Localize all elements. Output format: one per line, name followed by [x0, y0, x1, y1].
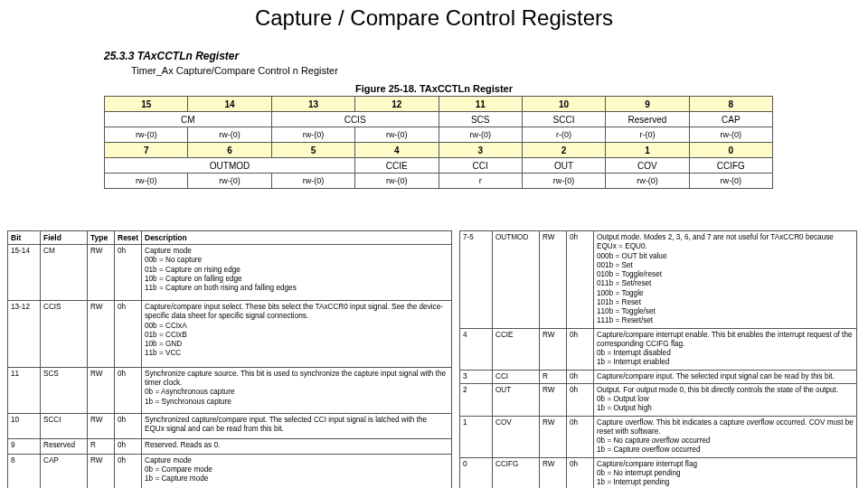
description-line: 0b = Compare mode [145, 465, 448, 474]
description-line: 100b = Toggle [597, 289, 854, 298]
bit-field-name: CCIS [271, 112, 439, 127]
cell-description: Output. For output mode 0, this bit dire… [594, 383, 857, 416]
bit-access: rw-(0) [689, 174, 772, 189]
description-line: Synchronized capture/compare input. The … [145, 416, 448, 435]
bit-number: 10 [522, 97, 605, 112]
cell-type: RW [88, 413, 115, 438]
cell-type: RW [540, 457, 567, 488]
cell-bit: 7-5 [460, 231, 493, 329]
cell-reset: 0h [115, 413, 142, 438]
cell-description: Capture/compare interrupt enable. This b… [594, 328, 857, 370]
bit-number: 1 [606, 143, 689, 158]
section-heading: 25.3.3 TAxCCTLn Register [104, 50, 239, 62]
cell-bit: 8 [8, 454, 41, 488]
bit-access: rw-(0) [689, 127, 772, 143]
description-line: Capture mode [145, 247, 448, 256]
cell-bit: 1 [460, 416, 493, 457]
bit-field-name: OUTMOD [105, 158, 355, 174]
cell-description: Synchronized capture/compare input. The … [142, 413, 452, 438]
description-line: 1b = Capture mode [145, 474, 448, 483]
cell-description: Capture mode00b = No capture01b = Captur… [142, 245, 452, 301]
table-row: 11SCSRW0hSynchronize capture source. Thi… [8, 367, 452, 413]
cell-type: RW [540, 328, 567, 370]
column-header: Field [41, 231, 88, 245]
description-line: 011b = Set/reset [597, 279, 854, 288]
description-line: 11b = Capture on both rising and falling… [145, 284, 448, 293]
cell-reset: 0h [115, 438, 142, 454]
cell-description: Capture/compare input. The selected inpu… [594, 370, 857, 383]
bit-access: rw-(0) [606, 174, 689, 189]
cell-field: CM [41, 245, 88, 301]
bit-field-name: OUT [522, 158, 605, 174]
cell-description: Synchronize capture source. This bit is … [142, 367, 452, 413]
column-header: Description [142, 231, 452, 245]
bit-access: rw-(0) [188, 127, 271, 143]
cell-type: RW [540, 231, 567, 329]
cell-field: SCCI [41, 413, 88, 438]
cell-field: CCI [493, 370, 540, 383]
cell-field: CCIE [493, 328, 540, 370]
bit-number: 2 [522, 143, 605, 158]
table-row: 8CAPRW0hCapture mode0b = Compare mode1b … [8, 454, 452, 488]
description-line: Output mode. Modes 2, 3, 6, and 7 are no… [597, 233, 854, 252]
cell-type: RW [540, 383, 567, 416]
bit-access: rw-(0) [188, 174, 271, 189]
cell-bit: 3 [460, 370, 493, 383]
cell-type: RW [540, 416, 567, 457]
cell-reset: 0h [567, 231, 594, 329]
cell-description: Capture/compare input select. These bits… [142, 301, 452, 368]
table-row: 9ReservedR0hReserved. Reads as 0. [8, 438, 452, 454]
description-line: 0b = Interrupt disabled [597, 349, 854, 358]
bit-access: r-(0) [522, 127, 605, 143]
cell-bit: 2 [460, 383, 493, 416]
cell-reset: 0h [115, 367, 142, 413]
column-header: Type [88, 231, 115, 245]
description-line: 0b = No capture overflow occurred [597, 436, 854, 446]
description-line: 10b = Capture on falling edge [145, 275, 448, 284]
bit-access: rw-(0) [271, 174, 354, 189]
cell-reset: 0h [567, 457, 594, 488]
cell-bit: 15-14 [8, 245, 41, 301]
description-line: 000b = OUT bit value [597, 252, 854, 261]
cell-reset: 0h [115, 245, 142, 301]
description-line: 01b = CCIxB [145, 331, 448, 340]
description-line: Capture/compare input. The selected inpu… [597, 372, 854, 381]
cell-reset: 0h [115, 301, 142, 368]
cell-bit: 10 [8, 413, 41, 438]
cell-reset: 0h [115, 454, 142, 488]
cell-field: CCIS [41, 301, 88, 368]
description-line: 1b = Capture overflow occurred [597, 446, 854, 455]
cell-type: R [540, 370, 567, 383]
description-line: 1b = Synchronous capture [145, 398, 448, 407]
bit-field-name: CAP [689, 112, 772, 127]
description-line: 11b = VCC [145, 349, 448, 358]
bit-field-name: SCCI [522, 112, 605, 127]
cell-type: RW [88, 454, 115, 488]
description-line: 101b = Reset [597, 298, 854, 307]
bit-field-name: SCS [439, 112, 522, 127]
bit-access: rw-(0) [439, 127, 522, 143]
bit-number: 9 [606, 97, 689, 112]
cell-description: Output mode. Modes 2, 3, 6, and 7 are no… [594, 231, 857, 329]
field-description-table-left: BitFieldTypeResetDescription 15-14CMRW0h… [7, 230, 452, 488]
page-title: Capture / Compare Control Registers [0, 0, 868, 31]
table-row: 13-12CCISRW0hCapture/compare input selec… [8, 301, 452, 368]
bit-field-name: COV [606, 158, 689, 174]
cell-type: R [88, 438, 115, 454]
description-line: Output. For output mode 0, this bit dire… [597, 386, 854, 395]
bit-number: 14 [188, 97, 271, 112]
description-line: Capture overflow. This bit indicates a c… [597, 418, 854, 437]
bit-field-name: CM [105, 112, 272, 127]
description-line: 01b = Capture on rising edge [145, 266, 448, 275]
description-line: 00b = No capture [145, 256, 448, 265]
cell-field: Reserved [41, 438, 88, 454]
description-line: 1b = Output high [597, 404, 854, 413]
bit-access: rw-(0) [105, 174, 188, 189]
bit-field-name: CCI [439, 158, 522, 174]
column-header: Reset [115, 231, 142, 245]
description-line: 0b = Output low [597, 395, 854, 404]
cell-description: Capture/compare interrupt flag0b = No in… [594, 457, 857, 488]
cell-reset: 0h [567, 328, 594, 370]
description-line: Reserved. Reads as 0. [145, 441, 448, 450]
description-line: Synchronize capture source. This bit is … [145, 370, 448, 389]
